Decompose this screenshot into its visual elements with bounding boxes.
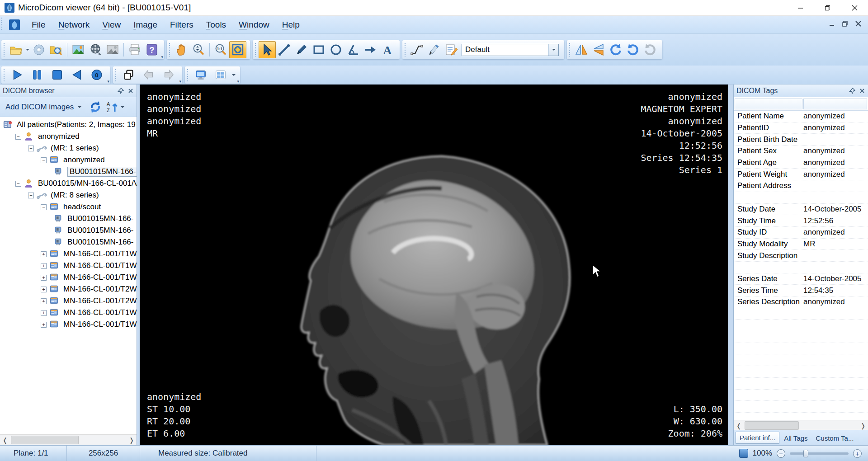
frame-counter-button[interactable]: 0: [87, 67, 107, 83]
sort-options-caret-icon[interactable]: [121, 106, 124, 110]
tree-expander-plus[interactable]: +: [41, 275, 47, 281]
pause-button[interactable]: [27, 67, 47, 83]
tree-item-label[interactable]: head/scout: [63, 202, 101, 212]
export-cine-button[interactable]: [87, 41, 104, 58]
tag-row[interactable]: [734, 378, 868, 390]
window-level-line-button[interactable]: [408, 41, 425, 58]
tag-row[interactable]: Patient Sexanonymized: [734, 146, 868, 157]
refresh-icon[interactable]: [89, 100, 102, 114]
toolbar-grip[interactable]: [187, 69, 189, 81]
tree-item[interactable]: +MN-166-CL-001/T2W-M: [0, 295, 137, 307]
tree-item-label[interactable]: MN-166-CL-001/T1W-M: [63, 308, 137, 317]
tree-item-label[interactable]: (MR: 1 series): [51, 144, 99, 153]
tree-item[interactable]: −anonymized: [0, 154, 137, 166]
tree-item[interactable]: BU001015MN-166-: [0, 236, 137, 248]
zoom-slider[interactable]: [790, 452, 849, 455]
arrow-tool-button[interactable]: [362, 41, 379, 58]
tree-item-label[interactable]: (MR: 8 series): [51, 191, 99, 200]
tree-item-label[interactable]: All patients(Patients: 2, Images: 19: [17, 120, 136, 129]
menu-network[interactable]: Network: [52, 17, 96, 33]
menu-file[interactable]: File: [25, 17, 52, 33]
tag-name-column-header[interactable]: [735, 99, 802, 109]
tree-item[interactable]: +MN-166-CL-001/T2W-M: [0, 283, 137, 295]
toolbar-grip[interactable]: [3, 69, 5, 81]
tag-row[interactable]: Patient Weightanonymized: [734, 169, 868, 180]
toolbar-grip[interactable]: [3, 42, 5, 57]
zoom-slider-thumb[interactable]: [803, 450, 808, 457]
toolbar-overflow-icon[interactable]: ▾: [107, 80, 109, 83]
tree-item-label[interactable]: MN-166-CL-001/T1W-M: [63, 273, 137, 282]
pin-icon[interactable]: [849, 88, 855, 94]
play-backwards-button[interactable]: [67, 67, 87, 83]
rectangle-tool-button[interactable]: [310, 41, 327, 58]
menu-tools[interactable]: Tools: [200, 17, 232, 33]
tree-item[interactable]: +MN-166-CL-001/T1W-M: [0, 260, 137, 272]
toolbar-overflow-icon[interactable]: ▾: [179, 80, 181, 83]
help-button[interactable]: ?: [143, 41, 160, 58]
tag-row[interactable]: Series Date14-October-2005: [734, 273, 868, 285]
mdi-minimize-button[interactable]: [829, 20, 835, 29]
tree-item[interactable]: −BU001015/MN-166-CL-001/V01: [0, 178, 137, 189]
tag-row[interactable]: Patient Address: [734, 180, 868, 192]
tag-row[interactable]: PatientIDanonymized: [734, 122, 868, 134]
zoom-tool-button[interactable]: [190, 41, 207, 58]
tab-custom-ta[interactable]: Custom Ta...: [812, 433, 857, 444]
annotation-pencil-button[interactable]: [425, 41, 443, 58]
tree-item[interactable]: −(MR: 1 series): [0, 142, 137, 154]
tag-row[interactable]: [734, 401, 868, 413]
browser-hscrollbar[interactable]: ❬ ❭: [0, 434, 137, 445]
tag-row[interactable]: [734, 192, 868, 204]
ellipse-tool-button[interactable]: [327, 41, 344, 58]
tab-all-tags[interactable]: All Tags: [780, 433, 811, 444]
tags-hscrollbar[interactable]: ❬ ❭: [734, 420, 868, 430]
tree-item[interactable]: −(MR: 8 series): [0, 189, 137, 201]
tag-row[interactable]: Study Description: [734, 250, 868, 262]
tree-item-label[interactable]: MN-166-CL-001/T2W-M: [63, 296, 137, 306]
tree-item-label[interactable]: MN-166-CL-001/T2W-M: [63, 285, 137, 294]
tree-item[interactable]: −anonymized: [0, 131, 137, 142]
minimize-button[interactable]: [787, 0, 814, 16]
scan-for-dicom-button[interactable]: [47, 41, 65, 58]
close-panel-icon[interactable]: [859, 88, 865, 94]
tag-row[interactable]: Patient Ageanonymized: [734, 157, 868, 169]
tree-expander-minus[interactable]: −: [28, 193, 34, 198]
tree-item[interactable]: −head/scout: [0, 201, 137, 213]
mdi-restore-button[interactable]: [842, 20, 849, 29]
close-button[interactable]: [841, 0, 868, 16]
tag-row[interactable]: [734, 320, 868, 331]
tag-row[interactable]: Study IDanonymized: [734, 227, 868, 239]
tree-item-label[interactable]: anonymized: [63, 155, 105, 165]
tree-item-label[interactable]: BU001015MN-166-: [67, 238, 133, 247]
scroll-left-icon[interactable]: ❬: [0, 435, 10, 445]
add-dicom-images-button[interactable]: Add DICOM images: [3, 101, 85, 113]
restore-button[interactable]: [814, 0, 841, 16]
tag-row[interactable]: Series Descriptionanonymized: [734, 296, 868, 308]
chevron-down-icon[interactable]: [26, 49, 29, 52]
scroll-right-icon[interactable]: ❭: [858, 420, 868, 431]
tag-row[interactable]: [734, 366, 868, 378]
tree-item[interactable]: BU001015MN-166-: [0, 166, 137, 178]
statusbar-view-icon[interactable]: [739, 449, 748, 458]
previous-image-button[interactable]: [139, 67, 159, 83]
tree-item[interactable]: +MN-166-CL-001/T1W-M: [0, 307, 137, 319]
tree-item[interactable]: +MN-166-CL-001/T1W-M: [0, 319, 137, 330]
scroll-right-icon[interactable]: ❭: [127, 435, 137, 445]
tree-expander-minus[interactable]: −: [15, 134, 21, 140]
tag-row[interactable]: [734, 308, 868, 320]
tag-row[interactable]: [734, 354, 868, 366]
tree-item-label[interactable]: MN-166-CL-001/T1W-S.: [63, 249, 137, 259]
tree-expander-plus[interactable]: +: [41, 298, 47, 304]
tree-item-label[interactable]: BU001015MN-166-: [67, 214, 133, 223]
toolbar-overflow-icon[interactable]: ▾: [237, 80, 239, 83]
copy-to-clipboard-button[interactable]: [104, 41, 121, 58]
tree-item-label[interactable]: MN-166-CL-001/T1W-M: [63, 320, 137, 329]
tree-item-label[interactable]: BU001015MN-166-: [67, 226, 133, 235]
rotate-right-button[interactable]: [624, 41, 642, 58]
menu-image[interactable]: Image: [127, 17, 164, 33]
edit-annotations-button[interactable]: [443, 41, 460, 58]
next-image-button[interactable]: [159, 67, 179, 83]
open-file-button[interactable]: [7, 41, 24, 58]
tag-row[interactable]: [734, 390, 868, 401]
close-panel-icon[interactable]: [127, 88, 134, 94]
open-cd-button[interactable]: [30, 41, 47, 58]
